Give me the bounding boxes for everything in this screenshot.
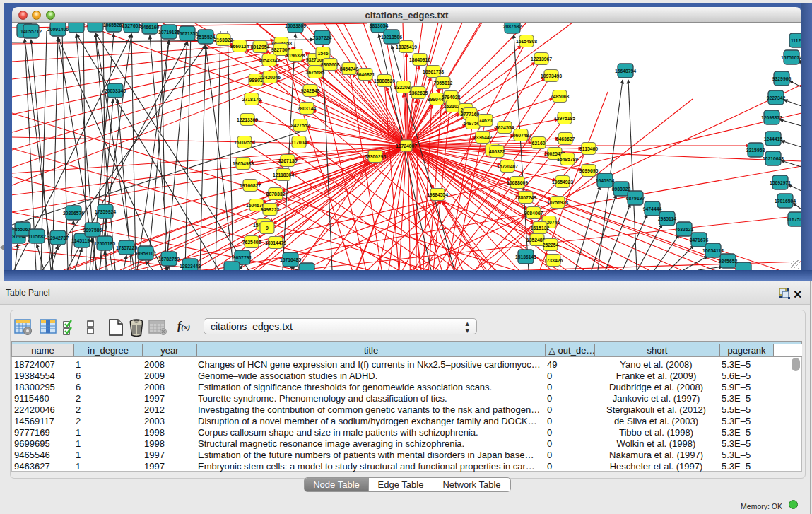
svg-text:19384554: 19384554 <box>427 192 448 197</box>
svg-text:8196328: 8196328 <box>286 53 305 58</box>
svg-text:15716485: 15716485 <box>280 257 301 262</box>
svg-text:12505185: 12505185 <box>94 241 115 246</box>
svg-text:16033809: 16033809 <box>285 23 306 28</box>
svg-text:1615132: 1615132 <box>531 226 550 230</box>
svg-text:9498222: 9498222 <box>261 207 280 212</box>
svg-text:12093872: 12093872 <box>761 115 782 120</box>
svg-text:1362635: 1362635 <box>409 90 428 95</box>
svg-text:9657791: 9657791 <box>233 255 252 260</box>
svg-text:12118304: 12118304 <box>273 173 294 177</box>
svg-text:10543342: 10543342 <box>259 58 280 63</box>
svg-text:9329966: 9329966 <box>772 76 792 81</box>
svg-text:18300295: 18300295 <box>365 154 386 159</box>
svg-text:12923448: 12923448 <box>180 264 201 269</box>
svg-text:16961758: 16961758 <box>423 69 444 74</box>
svg-text:2718176: 2718176 <box>242 97 261 102</box>
svg-text:10688609: 10688609 <box>507 180 528 185</box>
svg-text:9777169: 9777169 <box>461 112 480 117</box>
svg-text:15692971: 15692971 <box>770 180 791 185</box>
svg-text:20053346: 20053346 <box>105 88 126 93</box>
svg-text:3675685: 3675685 <box>306 70 325 75</box>
svg-text:2336442: 2336442 <box>473 135 493 140</box>
svg-text:8471676: 8471676 <box>690 238 709 243</box>
svg-text:12213369: 12213369 <box>237 117 258 122</box>
svg-text:117004: 117004 <box>291 140 307 145</box>
svg-text:20206576: 20206576 <box>63 211 84 216</box>
svg-text:7955812: 7955812 <box>434 81 453 86</box>
svg-text:9: 9 <box>266 226 269 230</box>
svg-text:16648794: 16648794 <box>615 69 636 74</box>
svg-text:14055712: 14055712 <box>20 29 42 34</box>
svg-text:11451194: 11451194 <box>71 238 93 243</box>
svg-text:17016504: 17016504 <box>775 199 796 204</box>
svg-text:19218506: 19218506 <box>381 35 402 40</box>
svg-text:8660124: 8660124 <box>230 44 249 49</box>
svg-text:8912954: 8912954 <box>251 45 270 49</box>
svg-text:1527602: 1527602 <box>122 23 141 28</box>
svg-text:855061: 855061 <box>15 227 31 232</box>
svg-text:10973493: 10973493 <box>541 74 562 78</box>
svg-text:9227342: 9227342 <box>767 95 786 100</box>
svg-text:19654983: 19654983 <box>233 161 254 166</box>
svg-text:6466160: 6466160 <box>141 25 160 30</box>
svg-text:8878332: 8878332 <box>266 192 286 197</box>
svg-text:74620: 74620 <box>479 118 493 123</box>
svg-text:10210643: 10210643 <box>763 156 784 161</box>
svg-text:10607487: 10607487 <box>510 133 531 138</box>
svg-text:15136141: 15136141 <box>515 255 536 259</box>
svg-text:1244415: 1244415 <box>764 136 783 141</box>
svg-text:9084067: 9084067 <box>524 211 543 216</box>
svg-text:16914479: 16914479 <box>265 240 286 245</box>
svg-text:17357225: 17357225 <box>116 245 137 250</box>
svg-text:2867608: 2867608 <box>321 62 340 67</box>
svg-text:10654112: 10654112 <box>702 248 724 253</box>
svg-text:9463627: 9463627 <box>556 136 575 141</box>
svg-text:8938923: 8938923 <box>612 187 631 192</box>
svg-text:6794028: 6794028 <box>442 95 461 100</box>
svg-text:1115682: 1115682 <box>28 234 46 239</box>
svg-text:7515524: 7515524 <box>196 35 216 40</box>
svg-text:19166827: 19166827 <box>240 183 261 188</box>
svg-text:2803144: 2803144 <box>298 106 317 111</box>
svg-text:8427552: 8427552 <box>291 123 310 128</box>
svg-text:9474444: 9474444 <box>643 206 662 211</box>
svg-text:9827509: 9827509 <box>271 47 290 52</box>
svg-text:12975185: 12975185 <box>554 116 575 121</box>
svg-text:10958107: 10958107 <box>135 251 156 256</box>
svg-text:16671355: 16671355 <box>177 31 198 36</box>
svg-text:19654923: 19654923 <box>552 180 573 185</box>
svg-text:17359924: 17359924 <box>95 209 116 214</box>
svg-text:18724007: 18724007 <box>396 144 417 148</box>
svg-text:15888520: 15888520 <box>374 78 395 83</box>
svg-text:18807249: 18807249 <box>515 195 536 200</box>
svg-text:1733426: 1733426 <box>544 258 563 263</box>
svg-text:10756928: 10756928 <box>547 200 568 205</box>
svg-text:13325419: 13325419 <box>396 45 417 49</box>
svg-text:7163822: 7163822 <box>214 37 233 42</box>
svg-text:252254: 252254 <box>543 243 559 247</box>
svg-text:9242848: 9242848 <box>301 88 320 93</box>
svg-text:9245652: 9245652 <box>719 259 738 264</box>
svg-text:16154808: 16154808 <box>516 39 537 44</box>
svg-text:15720407: 15720407 <box>497 164 518 169</box>
svg-text:8454749: 8454749 <box>340 66 359 71</box>
svg-text:10655267: 10655267 <box>103 23 124 28</box>
svg-text:7357224: 7357224 <box>313 35 332 40</box>
svg-text:1640954: 1640954 <box>596 178 615 183</box>
svg-text:9699695: 9699695 <box>579 168 599 173</box>
svg-text:1546: 1546 <box>317 51 328 56</box>
svg-text:486322: 486322 <box>489 149 505 154</box>
svg-text:8813054: 8813054 <box>370 23 389 28</box>
svg-text:3215958: 3215958 <box>746 148 765 153</box>
svg-text:1167533: 1167533 <box>787 217 801 222</box>
svg-text:9115460: 9115460 <box>579 146 598 151</box>
svg-text:7632621: 7632621 <box>675 227 694 232</box>
svg-text:12942737: 12942737 <box>47 235 69 240</box>
svg-text:11124: 11124 <box>791 38 801 43</box>
svg-text:3624554: 3624554 <box>495 125 514 130</box>
svg-text:7485063: 7485063 <box>551 94 570 99</box>
svg-text:16107553: 16107553 <box>234 140 255 145</box>
svg-text:3267130: 3267130 <box>278 158 298 163</box>
svg-text:6879197: 6879197 <box>626 196 645 201</box>
svg-text:2935114: 2935114 <box>658 216 676 221</box>
